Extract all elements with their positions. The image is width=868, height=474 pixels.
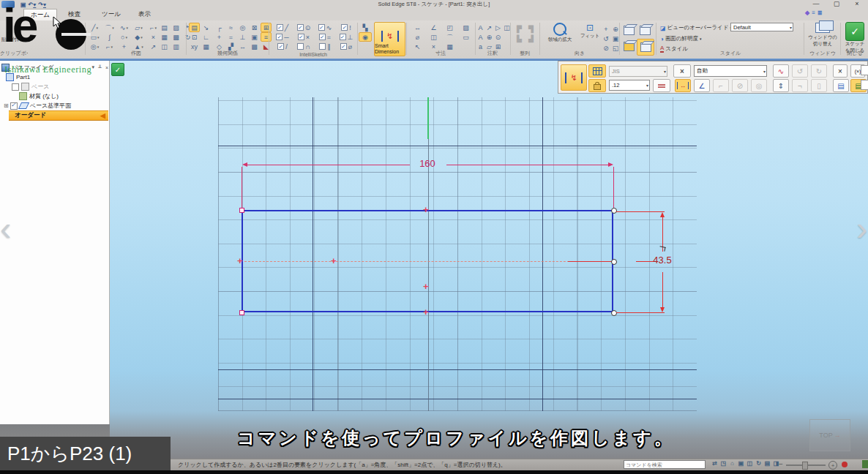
surface-texture-icon[interactable]: ⊙: [494, 32, 502, 42]
cancel-button[interactable]: ×: [833, 64, 848, 78]
symmetric-diameter-icon[interactable]: ⌀: [410, 32, 425, 42]
zoom-status-icon[interactable]: ⌂: [729, 460, 736, 467]
tree-checkbox[interactable]: [10, 102, 18, 110]
tab-view[interactable]: 表示: [132, 9, 157, 20]
alert-snap-icon[interactable]: !: [336, 23, 356, 32]
horizontal-snap-icon[interactable]: =: [315, 32, 335, 42]
tangent-dimension-button[interactable]: ⌐: [713, 79, 729, 92]
precision-options-button[interactable]: [653, 79, 670, 92]
midpoint-snap-icon[interactable]: ─: [272, 32, 293, 42]
intersection-snap-icon[interactable]: ×: [293, 32, 314, 42]
maintain-relations-icon[interactable]: ⊡: [189, 32, 200, 42]
tree-item-material[interactable]: 材質 (なし): [1, 91, 108, 101]
concentric-dimension-button[interactable]: ◎: [751, 79, 767, 92]
smart-dimension-mini-icon[interactable]: ↔: [410, 23, 425, 32]
zoom-out-icon[interactable]: −: [779, 460, 783, 468]
fit-button[interactable]: ⊡ フィット: [578, 23, 602, 40]
parallel-snap-icon[interactable]: ∥: [315, 42, 335, 51]
expand-icon[interactable]: ⊞: [4, 102, 9, 109]
arc-length-icon[interactable]: ⌒: [442, 32, 457, 42]
midpoint-handle-right[interactable]: [611, 259, 617, 265]
concentric-icon[interactable]: ◎: [237, 23, 248, 32]
sketch-relations-icon[interactable]: ∟: [201, 32, 212, 42]
next-chevron-icon[interactable]: ›: [856, 214, 867, 243]
endpoint-snap-icon[interactable]: ╱: [272, 23, 293, 32]
vertex-handle-bottom-right[interactable]: [611, 310, 617, 316]
smart-dimension-button[interactable]: ↯ Smart Dimension: [374, 22, 405, 56]
text-large-icon[interactable]: A: [476, 23, 484, 32]
connect-icon[interactable]: ┌: [214, 23, 225, 32]
circle-icon[interactable]: ○▾: [117, 32, 131, 42]
lock-relation-icon[interactable]: ⊠: [249, 23, 260, 32]
redo-icon[interactable]: ↷▾: [38, 1, 46, 9]
value-input-bottom[interactable]: [861, 80, 868, 90]
diameter-dimension-button[interactable]: ⊘: [732, 79, 748, 92]
jog-line-button[interactable]: ¬: [792, 79, 808, 92]
prev-chevron-icon[interactable]: ‹: [0, 214, 11, 243]
pan-status-icon[interactable]: ⇄: [711, 460, 718, 467]
redo-dimension-button[interactable]: ↻: [811, 64, 827, 78]
distance-between-icon[interactable]: ▚: [359, 23, 372, 32]
restore-button[interactable]: ▢: [830, 0, 843, 7]
vertex-handle-top-right[interactable]: [611, 208, 617, 214]
sharpness-button[interactable]: ◑ 画面の鮮明度 ▾: [660, 35, 702, 42]
vertex-handle-bottom-left[interactable]: [239, 310, 244, 315]
dimension-style-select[interactable]: JIS: [609, 66, 667, 77]
align-right-icon[interactable]: ▜: [525, 24, 536, 34]
grid-options-icon[interactable]: ▦: [159, 32, 170, 42]
arc-icon[interactable]: ⌒▾: [102, 23, 116, 32]
tree-item-ordered[interactable]: オーダード◀: [9, 110, 108, 121]
vertical-dimension-button[interactable]: ⇕: [773, 79, 789, 92]
zoom-slider-thumb[interactable]: [802, 462, 808, 470]
dimension-properties-button[interactable]: ▤: [833, 79, 849, 92]
tree-checkbox[interactable]: [12, 83, 19, 91]
leader-icon[interactable]: ↗: [485, 23, 493, 32]
tree-item-base[interactable]: ベース: [1, 82, 108, 91]
spline-icon[interactable]: ∿▾: [117, 23, 131, 32]
undo-dimension-button[interactable]: ↺: [792, 64, 808, 78]
precision-select[interactable]: .12: [609, 80, 650, 91]
dimension-mode-select[interactable]: 自動: [694, 65, 767, 77]
edit-dimension-icon[interactable]: ▭: [458, 32, 474, 42]
keypoint-curve-icon[interactable]: ◆▾: [132, 32, 146, 42]
curve-icon[interactable]: ∫: [102, 32, 116, 42]
fit-status-icon[interactable]: ▣: [738, 460, 744, 467]
zoom-area-button[interactable]: 領域の拡大: [543, 23, 577, 43]
perpendicular-snap-icon[interactable]: ⊥: [336, 32, 356, 42]
refresh-status-icon[interactable]: ↻: [755, 460, 762, 467]
perpendicular-icon[interactable]: ⊥: [237, 32, 248, 42]
align-top-icon[interactable]: ▛: [514, 24, 525, 34]
diameter-snap-icon[interactable]: ⌀: [336, 42, 356, 51]
zoom-window-status-icon[interactable]: ◳: [720, 460, 727, 467]
jog-dimension-button[interactable]: ∿: [773, 64, 789, 78]
distance-dimension-icon[interactable]: ◫: [426, 32, 441, 42]
minimize-button[interactable]: —: [809, 0, 823, 7]
coordinate-dimension-icon[interactable]: ◰: [442, 23, 457, 32]
zoom-in-icon[interactable]: +: [828, 461, 837, 470]
pan-icon[interactable]: +: [602, 24, 610, 34]
shaded-view-icon[interactable]: [621, 39, 637, 54]
align-left-icon[interactable]: ▙: [514, 34, 525, 43]
dim43-value[interactable]: 43.5: [646, 255, 679, 266]
tangent-snap-icon[interactable]: /: [272, 42, 293, 51]
align-bottom-icon[interactable]: ▟: [525, 34, 536, 43]
group-dimension-button[interactable]: ▯: [811, 79, 827, 92]
offset-icon[interactable]: ▱▾: [132, 23, 146, 32]
intersect-icon[interactable]: +: [214, 32, 225, 42]
top-button[interactable]: TOP→: [809, 419, 850, 451]
visible-hidden-edges-view-icon[interactable]: [637, 23, 653, 38]
symmetric-icon[interactable]: ▣: [249, 32, 260, 42]
text-medium-icon[interactable]: A: [476, 32, 484, 42]
sheet-status-icon[interactable]: ◫: [747, 460, 753, 467]
pattern-icon[interactable]: ▤: [159, 23, 170, 32]
dimension-grid-button[interactable]: [588, 64, 606, 78]
layers-status-icon[interactable]: ▤: [764, 460, 771, 467]
lock-value-button[interactable]: [588, 79, 606, 92]
center-snap-icon[interactable]: ⊙: [293, 23, 314, 32]
dimension-axis-button[interactable]: ×: [673, 64, 691, 78]
relation-colors-icon[interactable]: ↘: [201, 23, 212, 32]
angle-between-icon[interactable]: ◉: [359, 32, 372, 42]
previous-view-icon[interactable]: ↺: [602, 34, 610, 43]
angle-dimension-icon[interactable]: ∠: [426, 23, 441, 32]
curve-snap-icon[interactable]: ∿: [315, 23, 335, 32]
